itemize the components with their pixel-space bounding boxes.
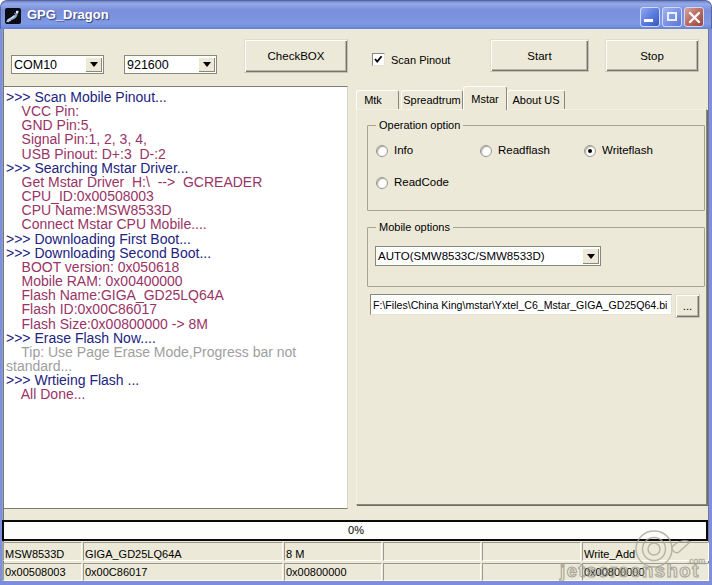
- svg-text:jetscreenshot: jetscreenshot: [559, 560, 700, 581]
- svg-text:.com: .com: [687, 556, 705, 566]
